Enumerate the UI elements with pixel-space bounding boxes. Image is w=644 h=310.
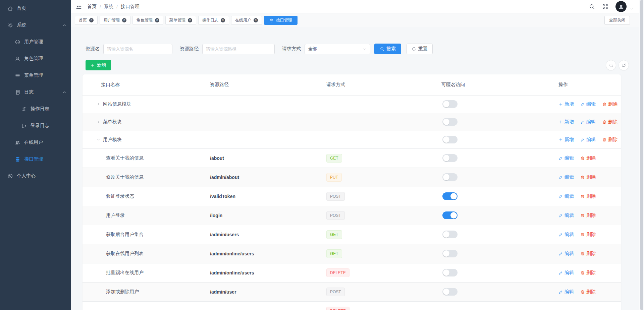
reset-button[interactable]: 重置 (407, 44, 433, 54)
add-button[interactable]: 新增 (86, 60, 111, 70)
edit-row-link[interactable]: 编辑 (558, 251, 574, 257)
delete-row-link[interactable]: 删除 (580, 155, 596, 161)
edit-row-link[interactable]: 编辑 (558, 193, 574, 199)
expand-row-icon[interactable] (96, 102, 101, 106)
avatar[interactable] (615, 1, 627, 12)
anonymous-toggle[interactable] (442, 136, 458, 143)
close-all-tabs-button[interactable]: 全部关闭 (604, 16, 630, 25)
method-select[interactable]: 全部 (305, 44, 370, 54)
sidebar-item-login-log[interactable]: 登录日志 (0, 117, 71, 134)
anonymous-toggle[interactable] (442, 288, 458, 296)
avatar-person-icon (618, 3, 625, 10)
sidebar-item-label: 用户管理 (24, 39, 43, 45)
edit-row-label: 编辑 (586, 101, 596, 107)
sidebar-item-user-mgmt[interactable]: 用户管理 (0, 34, 71, 50)
close-tab-icon[interactable]: × (254, 18, 258, 22)
anonymous-toggle[interactable] (442, 192, 458, 200)
trash-icon (602, 102, 607, 107)
sidebar-item-role-mgmt[interactable]: 角色管理 (0, 50, 71, 67)
sidebar-item-label: 登录日志 (31, 123, 49, 129)
sidebar-item-op-log[interactable]: 操作日志 (0, 101, 71, 117)
column-header: 操作 (558, 74, 621, 95)
anonymous-toggle[interactable] (442, 173, 458, 181)
chevron-down-icon[interactable] (630, 7, 634, 11)
delete-row-link[interactable]: 删除 (602, 101, 618, 107)
expand-row-icon[interactable] (96, 137, 101, 142)
sidebar-item-label: 接口管理 (24, 156, 43, 162)
close-tab-icon[interactable]: × (122, 18, 126, 22)
toggle-knob (443, 269, 449, 276)
delete-row-link[interactable]: 删除 (580, 289, 596, 295)
collapse-menu-icon[interactable] (75, 3, 82, 10)
delete-row-label: 删除 (608, 119, 618, 125)
breadcrumb-item[interactable]: 首页 (87, 4, 97, 10)
tab-接口管理[interactable]: 接口管理 (264, 16, 298, 25)
close-tab-icon[interactable]: × (155, 18, 159, 22)
tab-角色管理[interactable]: 角色管理× (132, 16, 163, 25)
resource-name-input[interactable] (103, 44, 172, 54)
sidebar-item-online-users[interactable]: 在线用户 (0, 134, 71, 151)
scrollbar-thumb[interactable] (640, 0, 643, 310)
expand-row-icon[interactable] (96, 120, 101, 124)
delete-row-link[interactable]: 删除 (580, 174, 596, 180)
sidebar-item-menu-mgmt[interactable]: 菜单管理 (0, 67, 71, 84)
delete-row-link[interactable]: 删除 (580, 232, 596, 238)
anonymous-toggle[interactable] (442, 250, 458, 257)
anonymous-toggle[interactable] (442, 269, 458, 276)
anonymous-toggle[interactable] (442, 231, 458, 238)
scrollbar[interactable] (639, 0, 644, 310)
tab-label: 用户管理 (104, 17, 120, 23)
search-icon[interactable] (589, 3, 595, 10)
tab-首页[interactable]: 首页× (75, 16, 98, 25)
edit-row-label: 编辑 (565, 232, 574, 238)
delete-row-link[interactable]: 删除 (602, 119, 618, 125)
sidebar-item-label: 个人中心 (17, 173, 36, 179)
table-search-button[interactable] (606, 60, 616, 70)
add-row-link[interactable]: 新增 (558, 119, 574, 125)
delete-row-link[interactable]: 删除 (580, 270, 596, 276)
tab-操作日志[interactable]: 操作日志× (198, 16, 229, 25)
add-row-link[interactable]: 新增 (558, 137, 574, 143)
tab-用户管理[interactable]: 用户管理× (100, 16, 130, 25)
api-name: 网站信息模块 (103, 101, 131, 107)
delete-row-link[interactable]: 删除 (580, 251, 596, 257)
search-button[interactable]: 搜索 (374, 44, 401, 54)
delete-row-link[interactable]: 删除 (580, 212, 596, 219)
edit-row-link[interactable]: 编辑 (580, 119, 596, 125)
edit-row-link[interactable]: 编辑 (558, 212, 574, 219)
anonymous-toggle[interactable] (442, 100, 458, 108)
edit-row-link[interactable]: 编辑 (558, 232, 574, 238)
tab-在线用户[interactable]: 在线用户× (231, 16, 262, 25)
table-row: 查看关于我的信息/aboutGET编辑删除 (83, 148, 621, 168)
edit-row-link[interactable]: 编辑 (558, 174, 574, 180)
fullscreen-icon[interactable] (602, 3, 608, 10)
tab-菜单管理[interactable]: 菜单管理× (165, 16, 196, 25)
resource-path-input[interactable] (202, 44, 275, 54)
close-tab-icon[interactable]: × (89, 18, 94, 22)
sidebar-item-home[interactable]: 首页 (0, 0, 71, 17)
delete-row-link[interactable]: 删除 (602, 137, 618, 143)
edit-row-link[interactable]: 编辑 (580, 101, 596, 107)
breadcrumb-item[interactable]: 系统 (104, 4, 113, 10)
close-tab-icon[interactable]: × (188, 18, 192, 22)
sidebar-item-profile[interactable]: 个人中心 (0, 168, 71, 184)
edit-row-link[interactable]: 编辑 (558, 155, 574, 161)
anonymous-toggle[interactable] (442, 154, 458, 162)
close-tab-icon[interactable]: × (221, 18, 225, 22)
table-refresh-button[interactable] (619, 60, 629, 70)
delete-row-label: 删除 (586, 270, 596, 276)
sidebar-item-system[interactable]: 系统 (0, 17, 71, 34)
anonymous-toggle[interactable] (442, 118, 458, 126)
edit-row-link[interactable]: 编辑 (558, 270, 574, 276)
method-badge: POST (326, 192, 345, 201)
edit-row-link[interactable]: 编辑 (580, 137, 596, 143)
sidebar-item-logs[interactable]: 日志 (0, 84, 71, 101)
sidebar-item-api-mgmt[interactable]: 接口管理 (0, 151, 71, 168)
profile-icon (7, 173, 13, 179)
anonymous-toggle[interactable] (442, 211, 458, 219)
edit-row-link[interactable]: 编辑 (558, 289, 574, 295)
add-row-link[interactable]: 新增 (558, 101, 574, 107)
breadcrumb-item[interactable]: 接口管理 (121, 4, 140, 10)
edit-icon (558, 156, 563, 161)
delete-row-link[interactable]: 删除 (580, 193, 596, 199)
